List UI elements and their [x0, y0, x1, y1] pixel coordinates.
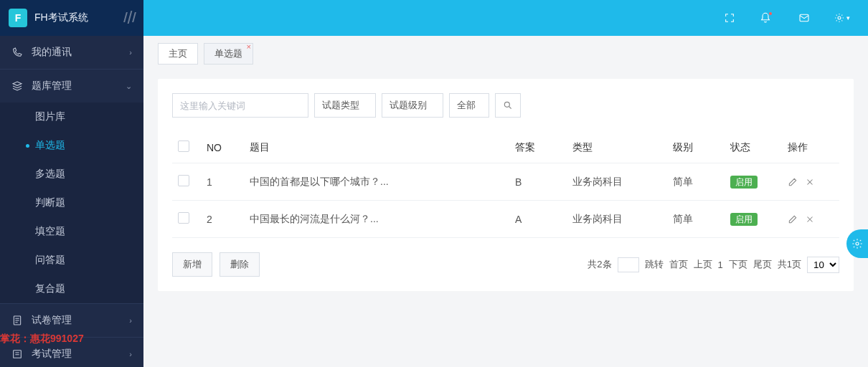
search-icon	[503, 100, 513, 110]
sidebar-group-paper[interactable]: 试卷管理 ›	[0, 304, 143, 337]
pager-jump-label[interactable]: 跳转	[645, 258, 664, 271]
delete-button[interactable]: 删除	[220, 252, 260, 277]
gear-icon	[852, 238, 863, 249]
search-button[interactable]	[495, 93, 521, 118]
sidebar-group-label: 我的通讯	[32, 46, 72, 59]
sidebar-item-fill[interactable]: 填空题	[0, 217, 143, 246]
pager-last[interactable]: 尾页	[753, 258, 772, 271]
question-level-select[interactable]: 试题级别	[382, 93, 443, 118]
sidebar-group-label: 考试管理	[32, 348, 72, 361]
scope-select[interactable]: 全部	[449, 93, 489, 118]
logo-icon: F	[9, 9, 27, 27]
settings-icon[interactable]: ▾	[831, 7, 852, 29]
sidebar-item-multi-choice[interactable]: 多选题	[0, 160, 143, 189]
pager-size-select[interactable]: 10	[807, 257, 839, 273]
svg-point-5	[856, 242, 859, 245]
sidebar-item-composite[interactable]: 复合题	[0, 275, 143, 303]
cell-title: 中国最长的河流是什么河？...	[244, 201, 509, 238]
exam-icon	[11, 348, 23, 360]
sidebar-group-exam[interactable]: 考试管理 ›	[0, 338, 143, 367]
cell-type: 业务岗科目	[567, 163, 667, 201]
pager-next[interactable]: 下页	[729, 258, 747, 271]
sidebar-group-label: 试卷管理	[32, 314, 72, 327]
col-status: 状态	[725, 132, 782, 163]
pager: 共2条 跳转 首页 上页 1 下页 尾页 共1页 10	[588, 257, 839, 273]
col-no: NO	[201, 132, 244, 163]
tab-single-choice[interactable]: 单选题×	[204, 43, 253, 65]
search-input[interactable]	[172, 93, 308, 118]
chevron-down-icon: ⌄	[126, 82, 132, 91]
col-title: 题目	[244, 132, 509, 163]
col-ops: 操作	[782, 132, 839, 163]
tab-home[interactable]: 主页	[158, 43, 198, 65]
sidebar: 我的通讯 › 题库管理 ⌄ 图片库 单选题 多选题 判断题 填空题 问答题 复合…	[0, 36, 143, 367]
top-header: F FH考试系统 ▾	[0, 0, 868, 36]
pager-current: 1	[718, 259, 723, 270]
edit-icon[interactable]	[788, 214, 798, 224]
table-row: 1中国的首都是以下哪个城市？...B业务岗科目简单启用	[172, 163, 839, 201]
row-checkbox[interactable]	[178, 212, 189, 224]
close-icon[interactable]	[805, 177, 815, 187]
collapse-icon[interactable]	[125, 12, 135, 24]
cell-level: 简单	[667, 163, 725, 201]
logo-block: F FH考试系统	[0, 0, 143, 36]
svg-point-1	[838, 16, 841, 19]
page-tabs: 主页 单选题×	[143, 36, 868, 65]
cell-level: 简单	[667, 201, 725, 238]
mail-icon[interactable]	[793, 7, 815, 29]
pager-total: 共2条	[588, 258, 611, 271]
chevron-right-icon: ›	[129, 350, 132, 358]
svg-point-4	[504, 102, 509, 107]
sidebar-item-judge[interactable]: 判断题	[0, 189, 143, 217]
doc-icon	[11, 315, 23, 326]
select-all-checkbox[interactable]	[178, 140, 189, 152]
table-footer: 新增 删除 共2条 跳转 首页 上页 1 下页 尾页 共1页 10	[172, 252, 839, 277]
fullscreen-icon[interactable]	[719, 7, 740, 29]
header-toolbar: ▾	[719, 7, 868, 29]
col-level: 级别	[667, 132, 725, 163]
pager-pages: 共1页	[778, 258, 801, 271]
add-button[interactable]: 新增	[172, 252, 212, 277]
pager-jump-input[interactable]	[618, 257, 639, 272]
col-type: 类型	[567, 132, 667, 163]
status-badge: 启用	[730, 176, 758, 189]
bell-icon[interactable]	[756, 7, 778, 29]
main-area: 主页 单选题× 试题类型 试题级别 全部 NO 题目 答案 类型 级别 状态 操…	[143, 36, 868, 367]
table-row: 2中国最长的河流是什么河？...A业务岗科目简单启用	[172, 201, 839, 238]
sidebar-item-single-choice[interactable]: 单选题	[0, 131, 143, 160]
sidebar-group-question-bank[interactable]: 题库管理 ⌄	[0, 70, 143, 103]
sidebar-submenu: 图片库 单选题 多选题 判断题 填空题 问答题 复合题	[0, 103, 143, 303]
svg-rect-3	[14, 351, 22, 358]
question-type-select[interactable]: 试题类型	[314, 93, 376, 118]
filter-bar: 试题类型 试题级别 全部	[172, 93, 839, 118]
cell-answer: A	[509, 201, 567, 238]
close-icon[interactable]	[805, 214, 815, 224]
cell-no: 1	[201, 163, 244, 201]
cell-type: 业务岗科目	[567, 201, 667, 238]
status-badge: 启用	[730, 213, 758, 226]
close-icon[interactable]: ×	[247, 42, 251, 51]
pager-first[interactable]: 首页	[669, 258, 688, 271]
col-answer: 答案	[509, 132, 567, 163]
content-panel: 试题类型 试题级别 全部 NO 题目 答案 类型 级别 状态 操作 1中国的首都…	[158, 79, 854, 291]
sidebar-item-image-lib[interactable]: 图片库	[0, 103, 143, 131]
sidebar-item-qa[interactable]: 问答题	[0, 246, 143, 275]
chevron-right-icon: ›	[129, 48, 132, 57]
cell-answer: B	[509, 163, 567, 201]
app-title: FH考试系统	[34, 11, 88, 24]
pager-prev[interactable]: 上页	[694, 258, 712, 271]
chevron-right-icon: ›	[129, 316, 132, 325]
row-checkbox[interactable]	[178, 175, 189, 186]
stack-icon	[11, 80, 23, 92]
cell-no: 2	[201, 201, 244, 238]
sidebar-group-label: 题库管理	[32, 80, 72, 92]
svg-rect-0	[800, 14, 808, 21]
sidebar-group-contacts[interactable]: 我的通讯 ›	[0, 36, 143, 69]
edit-icon[interactable]	[788, 177, 798, 187]
questions-table: NO 题目 答案 类型 级别 状态 操作 1中国的首都是以下哪个城市？...B业…	[172, 132, 839, 238]
phone-icon	[11, 47, 23, 58]
cell-title: 中国的首都是以下哪个城市？...	[244, 163, 509, 201]
